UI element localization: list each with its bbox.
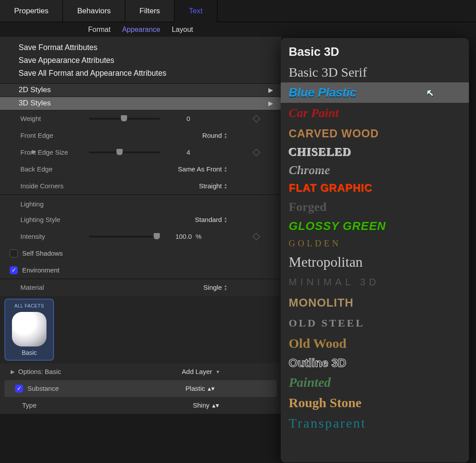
style-basic-3d-serif[interactable]: Basic 3D Serif [281,62,469,82]
tab-filters[interactable]: Filters [125,0,174,22]
checkbox-self-shadows[interactable] [10,249,18,257]
stepper-icon: ▴▾ [224,216,227,223]
label-front-edge: Front Edge [20,132,89,139]
style-car-paint[interactable]: Car Paint [281,103,469,123]
section-lighting: Lighting [0,195,281,211]
style-golden[interactable]: GOLDEN [281,235,469,252]
select-inside-corners[interactable]: Straight▴▾ [155,182,228,190]
label-front-edge-size: ▶Front Edge Size [20,148,89,156]
disclosure-triangle-icon[interactable]: ▶ [32,148,36,155]
style-chiseled[interactable]: CHISELED [281,144,469,161]
swatch-name: Basic [5,349,53,356]
label-material: Material [20,284,89,291]
stepper-icon: ▴▾ [224,132,227,139]
preset-save-menu: Save Format Attributes Save Appearance A… [0,37,281,84]
checkbox-substance[interactable]: ✓ [15,385,23,393]
material-preview-icon [12,312,46,346]
row-type: Type Shiny▴▾ [0,397,281,414]
cursor-icon: ↖ [425,87,434,100]
slider-front-edge-size[interactable] [89,152,160,153]
row-environment[interactable]: ✓ Environment [0,262,281,279]
stepper-icon: ▴▾ [224,284,227,291]
select-substance[interactable]: Plastic▴▾ [186,385,215,393]
label-self-shadows: Self Shadows [22,249,63,257]
slider-knob[interactable] [154,233,160,239]
style-old-steel[interactable]: OLD STEEL [281,313,469,333]
keyframe-diamond-icon[interactable] [253,233,260,240]
row-back-edge: Back Edge Same As Front▴▾ [0,161,281,178]
style-forged[interactable]: Forged [281,197,469,217]
label-weight: Weight [20,115,89,122]
subtab-format[interactable]: Format [88,26,111,34]
3d-styles-flyout: Basic 3D Basic 3D Serif Blue Plastic ↖ C… [281,38,469,463]
style-blue-plastic[interactable]: Blue Plastic ↖ [281,82,469,103]
label-type: Type [22,401,37,409]
geometry-properties: Weight 0 Front Edge Round▴▾ ▶Front Edge … [0,110,281,195]
submenu-arrow-icon: ▶ [268,86,273,93]
checkbox-environment[interactable]: ✓ [10,266,18,274]
tab-properties[interactable]: Properties [0,0,63,22]
row-options: ▶ Options: Basic Add Layer▾ [0,363,281,380]
label-options: Options: Basic [18,368,61,375]
row-inside-corners: Inside Corners Straight▴▾ [0,178,281,195]
subtab-layout[interactable]: Layout [172,26,193,34]
save-appearance-attributes[interactable]: Save Appearance Attributes [19,54,281,67]
slider-knob[interactable] [116,149,123,155]
keyframe-diamond-icon[interactable] [253,148,260,156]
label-substance: Substance [27,385,59,392]
row-intensity: Intensity 100.0 % [0,228,281,245]
value-weight[interactable]: 0 [165,115,212,122]
slider-knob[interactable] [121,115,127,121]
select-material[interactable]: Single▴▾ [160,284,228,291]
stepper-icon: ▴▾ [224,183,227,190]
label-environment: Environment [22,266,59,274]
slider-weight[interactable] [89,118,160,120]
tabbar-filler [217,0,476,22]
label-inside-corners: Inside Corners [20,182,89,190]
row-lighting-style: Lighting Style Standard▴▾ [0,211,281,228]
appearance-panel: Save Format Attributes Save Appearance A… [0,37,281,414]
select-lighting-style[interactable]: Standard▴▾ [151,216,228,223]
style-chrome[interactable]: Chrome [281,161,469,179]
slider-intensity[interactable] [89,236,160,237]
keyframe-diamond-icon[interactable] [253,115,260,122]
category-2d-label: 2D Styles [19,86,51,94]
tab-behaviors[interactable]: Behaviors [63,0,125,22]
value-intensity[interactable]: 100.0 % [165,233,212,240]
style-old-wood[interactable]: Old Wood [281,333,469,354]
save-format-attributes[interactable]: Save Format Attributes [19,41,281,54]
style-flat-graphic[interactable]: FLAT GRAPHIC [281,179,469,197]
stepper-icon: ▴▾ [212,401,219,409]
category-3d-styles[interactable]: 3D Styles ▶ [0,97,281,110]
style-metropolitan[interactable]: Metropolitan [281,252,469,272]
style-rough-stone[interactable]: Rough Stone [281,393,469,413]
style-carved-wood[interactable]: CARVED WOOD [281,123,469,144]
label-back-edge: Back Edge [20,165,89,173]
disclosure-triangle-icon[interactable]: ▶ [11,369,15,375]
select-front-edge[interactable]: Round▴▾ [160,132,228,139]
style-transparent[interactable]: Transparent [281,413,469,433]
label-lighting-style: Lighting Style [20,216,89,223]
material-swatch[interactable]: ALL FACETS Basic [4,299,54,361]
add-layer-button[interactable]: Add Layer▾ [182,368,219,375]
swatch-header: ALL FACETS [5,302,53,310]
select-type[interactable]: Shiny▴▾ [193,401,219,409]
style-monolith[interactable]: MONOLITH [281,292,469,313]
row-front-edge: Front Edge Round▴▾ [0,127,281,144]
submenu-arrow-icon: ▶ [268,100,273,107]
style-minimal-3d[interactable]: MINIMAL 3D [281,272,469,292]
save-all-attributes[interactable]: Save All Format and Appearance Attribute… [19,67,281,80]
value-front-edge-size[interactable]: 4 [165,148,212,156]
select-back-edge[interactable]: Same As Front▴▾ [133,165,228,173]
category-3d-label: 3D Styles [19,99,51,108]
row-front-edge-size: ▶Front Edge Size 4 [0,144,281,161]
category-2d-styles[interactable]: 2D Styles ▶ [0,84,281,97]
style-glossy-green[interactable]: GLOSSY GREEN [281,217,469,235]
style-outline-3d[interactable]: Outline 3D [281,354,469,372]
row-self-shadows[interactable]: Self Shadows [0,245,281,262]
tab-text[interactable]: Text [174,0,217,22]
label-intensity: Intensity [20,233,89,240]
subtab-appearance[interactable]: Appearance [122,26,160,34]
style-basic-3d[interactable]: Basic 3D [281,42,469,62]
style-painted[interactable]: Painted [281,372,469,393]
